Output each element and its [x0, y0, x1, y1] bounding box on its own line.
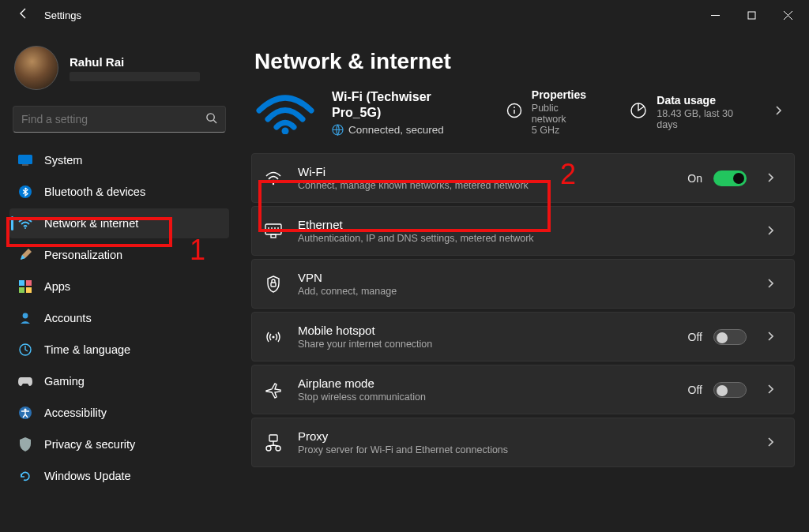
chevron-right-icon[interactable] — [765, 105, 792, 119]
sidebar-item-network[interactable]: Network & internet — [9, 208, 229, 238]
card-label: Airplane mode — [298, 377, 426, 390]
network-status-row: Wi-Fi (Techwiser Pro_5G) Connected, secu… — [251, 88, 795, 153]
chevron-right-icon — [758, 383, 783, 397]
card-desc: Authentication, IP and DNS settings, met… — [298, 233, 534, 244]
sidebar-item-personalization[interactable]: Personalization — [9, 240, 229, 270]
data-usage-title: Data usage — [657, 94, 749, 107]
sidebar-item-label: Time & language — [44, 343, 130, 356]
window-title: Settings — [44, 9, 81, 21]
card-desc: Add, connect, manage — [298, 286, 397, 297]
card-proxy[interactable]: Proxy Proxy server for Wi-Fi and Etherne… — [251, 418, 795, 467]
svg-point-24 — [273, 182, 274, 184]
properties-subtitle: Public network 5 GHz — [532, 103, 590, 136]
sidebar-item-time[interactable]: Time & language — [9, 335, 229, 365]
back-button[interactable] — [11, 7, 36, 23]
sidebar-item-update[interactable]: Windows Update — [9, 461, 229, 491]
main-content: Network & internet Wi-Fi (Techwiser Pro_… — [237, 30, 809, 532]
brush-icon — [17, 247, 33, 263]
page-title: Network & internet — [254, 49, 795, 74]
card-desc: Stop wireless communication — [298, 392, 426, 403]
sidebar-item-label: Gaming — [44, 375, 85, 388]
sidebar-item-gaming[interactable]: Gaming — [9, 366, 229, 396]
card-wifi[interactable]: Wi-Fi Connect, manage known networks, me… — [251, 153, 795, 203]
sidebar-item-accounts[interactable]: Accounts — [9, 303, 229, 333]
toggle-state-label: On — [687, 172, 702, 185]
sidebar-item-bluetooth[interactable]: Bluetooth & devices — [9, 177, 229, 207]
data-usage-icon — [630, 102, 647, 122]
svg-rect-11 — [26, 280, 32, 286]
card-vpn[interactable]: VPN Add, connect, manage — [251, 259, 795, 309]
sidebar-item-accessibility[interactable]: Accessibility — [9, 398, 229, 428]
svg-point-9 — [24, 227, 26, 229]
wifi-toggle[interactable] — [713, 170, 747, 186]
card-desc: Proxy server for Wi-Fi and Ethernet conn… — [298, 444, 508, 455]
card-hotspot[interactable]: Mobile hotspot Share your internet conne… — [251, 312, 795, 362]
wifi-icon — [17, 215, 33, 231]
network-state: Connected, secured — [348, 124, 444, 136]
clock-globe-icon — [17, 342, 33, 358]
search-box[interactable] — [13, 106, 226, 133]
shield-icon — [17, 436, 33, 452]
svg-rect-33 — [269, 435, 277, 441]
avatar — [14, 46, 58, 90]
ethernet-icon — [263, 221, 284, 242]
system-icon — [17, 152, 33, 168]
svg-point-14 — [23, 313, 28, 319]
sidebar-item-label: Apps — [44, 280, 70, 293]
svg-point-35 — [266, 446, 271, 451]
toggle-state-label: Off — [688, 384, 702, 396]
airplane-icon — [263, 380, 284, 400]
hotspot-toggle[interactable] — [713, 329, 747, 345]
chevron-right-icon — [758, 436, 783, 450]
sidebar-item-apps[interactable]: Apps — [9, 272, 229, 302]
sidebar-item-label: Windows Update — [44, 470, 131, 482]
card-label: Proxy — [298, 429, 508, 443]
profile-email-redacted — [70, 72, 200, 81]
svg-rect-1 — [748, 12, 755, 19]
sidebar-item-privacy[interactable]: Privacy & security — [9, 429, 229, 459]
sidebar-item-label: Personalization — [44, 249, 122, 261]
svg-rect-13 — [26, 287, 32, 293]
card-label: VPN — [298, 271, 397, 284]
sidebar-item-system[interactable]: System — [9, 145, 229, 175]
chevron-right-icon — [758, 171, 783, 185]
wifi-icon — [263, 168, 284, 189]
airplane-toggle[interactable] — [713, 382, 747, 398]
chevron-right-icon — [758, 277, 783, 291]
card-label: Ethernet — [298, 218, 534, 231]
proxy-icon — [263, 433, 284, 453]
close-button[interactable] — [769, 2, 806, 28]
svg-point-4 — [207, 113, 214, 120]
globe-icon — [332, 124, 344, 136]
sidebar-item-label: Accounts — [44, 312, 92, 324]
svg-point-18 — [282, 128, 289, 135]
card-airplane[interactable]: Airplane mode Stop wireless communicatio… — [251, 365, 795, 414]
network-name: Wi-Fi (Techwiser Pro_5G) — [332, 89, 475, 121]
chevron-right-icon — [758, 224, 783, 238]
minimize-button[interactable] — [697, 2, 733, 28]
card-desc: Share your internet connection — [298, 339, 432, 350]
maximize-button[interactable] — [733, 2, 769, 28]
profile-name: Rahul Rai — [70, 55, 200, 69]
card-ethernet[interactable]: Ethernet Authentication, IP and DNS sett… — [251, 206, 795, 256]
svg-line-5 — [213, 120, 216, 123]
search-icon — [205, 112, 217, 127]
search-input[interactable] — [21, 113, 205, 126]
card-label: Wi-Fi — [298, 165, 529, 178]
svg-rect-12 — [19, 287, 24, 293]
vpn-shield-icon — [263, 274, 284, 294]
card-label: Mobile hotspot — [298, 324, 432, 337]
sidebar-item-label: Accessibility — [44, 406, 107, 419]
profile-section[interactable]: Rahul Rai — [9, 38, 229, 101]
data-usage-link[interactable]: Data usage 18.43 GB, last 30 days — [630, 94, 749, 130]
properties-link[interactable]: Properties Public network 5 GHz — [506, 88, 590, 136]
svg-rect-7 — [22, 164, 28, 166]
card-desc: Connect, manage known networks, metered … — [298, 180, 529, 191]
wifi-signal-icon — [254, 90, 316, 134]
nav-list: System Bluetooth & devices Network & int… — [9, 145, 229, 491]
svg-point-32 — [272, 335, 274, 338]
bluetooth-icon — [17, 184, 33, 200]
gamepad-icon — [17, 373, 33, 389]
svg-rect-10 — [19, 280, 24, 286]
info-icon — [506, 103, 522, 122]
